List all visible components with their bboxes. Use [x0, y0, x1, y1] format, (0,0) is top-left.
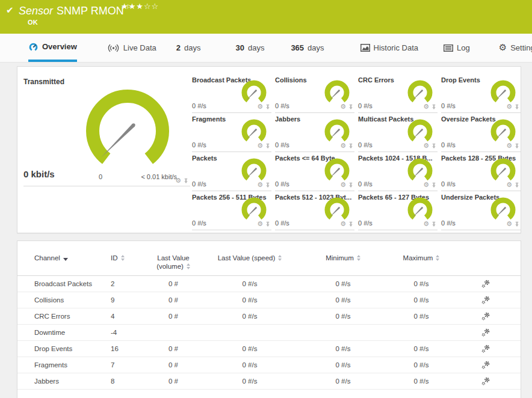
channel-gauge-card: Packets 512 - 1023 Byt... 0 #/s ⚙ [275, 191, 354, 230]
gear-icon[interactable]: ⚙ [423, 103, 429, 110]
cell-last-value-speed: 0 #/s [205, 276, 295, 292]
pin-icon[interactable] [431, 221, 436, 227]
tab-2-days[interactable]: 2 days [176, 34, 201, 62]
gauges-panel: Transmitted 0 < 0.01 kbit/s 0 kbit/s ⚙ B… [17, 66, 521, 233]
gauge-card-actions: ⚙ [340, 142, 353, 149]
column-header-last-value-volume[interactable]: Last Value (volume) [142, 254, 205, 271]
gear-icon[interactable]: ⚙ [506, 142, 512, 149]
cell-maximum: 0 #/s [391, 308, 451, 324]
cell-last-value-speed: 0 #/s [205, 373, 295, 389]
gear-icon[interactable]: ⚙ [257, 103, 263, 110]
tab-label: Settings [510, 43, 532, 52]
channel-gauge-value: 0 #/s [441, 219, 456, 227]
pin-icon[interactable] [431, 104, 436, 110]
pin-icon[interactable] [431, 143, 436, 149]
edit-channel-settings-icon[interactable] [481, 280, 490, 288]
tab-historic-data[interactable]: Historic Data [360, 34, 418, 62]
edit-channel-settings-icon[interactable] [481, 361, 490, 369]
pin-icon[interactable] [265, 221, 270, 227]
pin-icon[interactable] [348, 143, 353, 149]
column-header-id[interactable]: ID [111, 254, 142, 262]
gear-icon[interactable]: ⚙ [340, 142, 346, 149]
gauge-dial [79, 87, 176, 177]
pin-icon[interactable] [348, 182, 353, 188]
pin-icon[interactable] [265, 143, 270, 149]
gear-icon[interactable]: ⚙ [506, 103, 512, 110]
cell-last-value-volume: 0 # [142, 373, 205, 389]
gear-icon[interactable]: ⚙ [257, 142, 263, 149]
gear-icon[interactable]: ⚙ [257, 182, 263, 188]
column-header-channel[interactable]: Channel [34, 254, 111, 262]
pin-icon[interactable] [184, 178, 188, 184]
gauge-card-actions: ⚙ [257, 142, 270, 149]
tab-30-days[interactable]: 30 days [235, 34, 264, 62]
cell-channel: Fragments [34, 357, 111, 373]
cell-channel: Jabbers [34, 373, 111, 389]
gauge-card-actions: ⚙ [423, 182, 436, 188]
page-title: SensorSNMP RMON⚐ [19, 4, 132, 17]
favorite-rating[interactable]: ★★★☆☆ [121, 2, 159, 11]
gear-icon[interactable]: ⚙ [423, 221, 429, 227]
tab-settings[interactable]: ⚙ Settings [499, 34, 532, 62]
pin-icon[interactable] [515, 182, 519, 188]
tab-log[interactable]: Log [444, 34, 470, 62]
pin-icon[interactable] [515, 221, 519, 227]
tab-live-data[interactable]: Live Data [107, 34, 156, 62]
gear-icon[interactable]: ⚙ [257, 221, 263, 227]
gear-icon[interactable]: ⚙ [175, 177, 181, 184]
pin-icon[interactable] [515, 104, 519, 110]
edit-channel-settings-icon[interactable] [481, 344, 490, 353]
column-header-maximum[interactable]: Maximum [391, 254, 451, 262]
gear-icon[interactable]: ⚙ [340, 182, 346, 188]
channel-gauge-card: Packets 128 - 255 Bytes 0 #/s ⚙ [441, 152, 521, 191]
pin-icon[interactable] [265, 104, 270, 110]
pin-icon[interactable] [348, 104, 353, 110]
cell-channel: Collisions [34, 292, 111, 308]
broadcast-icon [107, 44, 120, 52]
channel-gauge-card: Broadcast Packets 0 #/s ⚙ [192, 74, 271, 113]
gauge-card-actions: ⚙ [340, 103, 353, 110]
channel-gauge-card: CRC Errors 0 #/s ⚙ [358, 74, 438, 113]
cell-last-value-speed: 0 #/s [205, 292, 295, 308]
gauge-scale-min: 0 [99, 173, 102, 180]
gear-icon[interactable]: ⚙ [423, 142, 429, 149]
pin-icon[interactable] [515, 143, 519, 149]
pin-icon[interactable] [348, 221, 353, 227]
column-header-last-value-speed[interactable]: Last Value (speed) [205, 254, 295, 262]
gauge-scale-max: < 0.01 kbit/s [141, 173, 177, 180]
channel-gauge-value: 0 #/s [192, 219, 206, 227]
column-header-minimum[interactable]: Minimum [295, 254, 391, 262]
gear-icon[interactable]: ⚙ [340, 103, 346, 110]
sensor-header: ✔ SensorSNMP RMON⚐ ★★★☆☆ OK [0, 0, 532, 34]
channel-gauge-card: Packets 1024 - 1518 B... 0 #/s ⚙ [358, 152, 438, 191]
sensor-name: SNMP RMON [57, 5, 124, 17]
channel-gauge-value: 0 #/s [358, 141, 373, 148]
cell-minimum: 0 #/s [295, 276, 391, 292]
edit-channel-settings-icon[interactable] [481, 296, 490, 304]
pin-icon[interactable] [265, 182, 270, 188]
cell-maximum: 0 #/s [391, 357, 451, 373]
gear-icon[interactable]: ⚙ [340, 221, 346, 227]
gear-icon[interactable]: ⚙ [506, 182, 512, 188]
tab-number: 30 [235, 43, 244, 52]
channel-table-row: CRC Errors 4 0 # 0 #/s 0 #/s 0 #/s [17, 308, 521, 325]
edit-channel-settings-icon[interactable] [481, 328, 490, 337]
stars-filled[interactable]: ★★★ [121, 2, 144, 11]
primary-gauge-value: 0 kbit/s [23, 169, 55, 179]
gear-icon[interactable]: ⚙ [423, 182, 429, 188]
channel-table-panel: Channel ID Last Value (volume) Last Valu… [17, 240, 521, 398]
channel-table-row: Downtime -4 [17, 325, 521, 341]
tab-overview[interactable]: Overview [28, 34, 77, 62]
edit-channel-settings-icon[interactable] [481, 377, 490, 385]
edit-channel-settings-icon[interactable] [481, 312, 490, 320]
tab-365-days[interactable]: 365 days [291, 34, 324, 62]
stars-empty[interactable]: ☆☆ [144, 2, 159, 11]
pin-icon[interactable] [431, 182, 436, 188]
gauge-card-actions: ⚙ [257, 182, 270, 188]
cell-maximum: 0 #/s [391, 292, 451, 308]
channel-gauge-value: 0 #/s [441, 180, 456, 188]
cell-maximum: 0 #/s [391, 341, 451, 357]
gear-icon[interactable]: ⚙ [506, 221, 512, 227]
channel-gauge-value: 0 #/s [358, 180, 373, 188]
cell-minimum: 0 #/s [295, 292, 391, 308]
